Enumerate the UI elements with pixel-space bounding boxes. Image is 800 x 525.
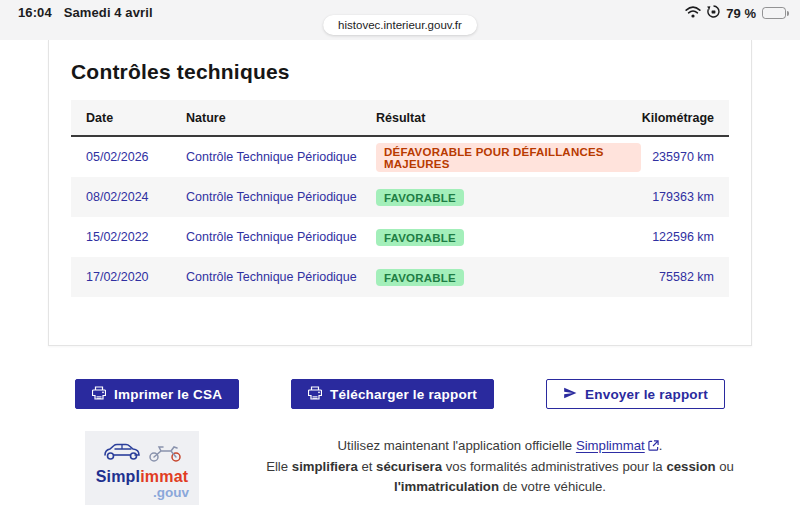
promo-line-3: l'immatriculation de votre véhicule.: [250, 477, 750, 497]
cell-nature: Contrôle Technique Périodique: [171, 150, 361, 164]
simplimmat-link[interactable]: Simplimmat: [576, 438, 645, 453]
status-badge: DÉFAVORABLE POUR DÉFAILLANCES MAJEURES: [376, 143, 641, 172]
controls-card: Contrôles techniques Date Nature Résulta…: [48, 40, 752, 346]
col-header-date: Date: [71, 100, 171, 135]
send-icon: [563, 386, 577, 403]
safari-page: 16:04 Samedi 4 avril 79 % histovec.inter…: [0, 0, 800, 525]
promo-text: ou: [716, 459, 734, 474]
promo-line-2: Elle simplifiera et sécurisera vos forma…: [250, 457, 750, 477]
cell-km: 122596 km: [641, 230, 729, 244]
printer-icon: [308, 386, 322, 403]
inspections-table: Date Nature Résultat Kilométrage 05/02/2…: [71, 100, 729, 297]
col-header-nature: Nature: [171, 100, 361, 135]
download-report-label: Télécharger le rapport: [330, 387, 477, 402]
rotation-lock-icon: [707, 5, 720, 21]
send-report-button[interactable]: Envoyer le rapport: [546, 379, 725, 409]
cell-date: 17/02/2020: [71, 270, 171, 284]
simplimmat-logo: Simplimmat .gouv: [85, 431, 199, 505]
battery-icon: [762, 7, 786, 19]
logo-brand-blue: Simpl: [96, 468, 141, 485]
table-row: 15/02/2022 Contrôle Technique Périodique…: [71, 217, 729, 257]
status-date: Samedi 4 avril: [64, 5, 153, 20]
send-report-label: Envoyer le rapport: [585, 387, 708, 402]
page-title: Contrôles techniques: [71, 60, 729, 84]
status-badge: FAVORABLE: [376, 189, 464, 206]
table-header-row: Date Nature Résultat Kilométrage: [71, 100, 729, 137]
car-icon: [101, 441, 143, 467]
download-report-button[interactable]: Télécharger le rapport: [291, 379, 494, 409]
cell-nature: Contrôle Technique Périodique: [171, 190, 361, 204]
promo-text: et: [358, 459, 376, 474]
promo-text: Elle: [266, 459, 292, 474]
table-row: 05/02/2026 Contrôle Technique Périodique…: [71, 137, 729, 177]
battery-percent: 79 %: [726, 6, 756, 21]
promo-text: de votre véhicule.: [499, 479, 606, 494]
simplimmat-promo-text: Utilisez maintenant l'application offici…: [250, 436, 750, 497]
col-header-result: Résultat: [361, 100, 641, 135]
cell-date: 08/02/2024: [71, 190, 171, 204]
logo-brand-red: immat: [140, 468, 188, 485]
col-header-km: Kilométrage: [641, 100, 729, 135]
promo-line1-suffix: .: [659, 438, 663, 453]
motorcycle-icon: [147, 443, 183, 467]
address-bar[interactable]: histovec.interieur.gouv.fr: [323, 15, 477, 35]
promo-bold: simplifiera: [292, 459, 358, 474]
cell-km: 235970 km: [641, 150, 729, 164]
cell-km: 179363 km: [641, 190, 729, 204]
print-csa-button[interactable]: Imprimer le CSA: [75, 379, 239, 409]
cell-nature: Contrôle Technique Périodique: [171, 230, 361, 244]
promo-bold: sécurisera: [376, 459, 442, 474]
external-link-icon: [648, 437, 659, 457]
wifi-icon: [685, 6, 701, 21]
cell-date: 15/02/2022: [71, 230, 171, 244]
status-badge: FAVORABLE: [376, 229, 464, 246]
status-badge: FAVORABLE: [376, 269, 464, 286]
promo-bold: l'immatriculation: [394, 479, 499, 494]
table-row: 17/02/2020 Contrôle Technique Périodique…: [71, 257, 729, 297]
promo-line1-prefix: Utilisez maintenant l'application offici…: [338, 438, 576, 453]
clock: 16:04: [18, 5, 52, 20]
logo-gouv-suffix: .gouv: [153, 485, 189, 500]
cell-nature: Contrôle Technique Périodique: [171, 270, 361, 284]
table-row: 08/02/2024 Contrôle Technique Périodique…: [71, 177, 729, 217]
promo-line-1: Utilisez maintenant l'application offici…: [250, 436, 750, 457]
promo-text: vos formalités administratives pour la: [442, 459, 666, 474]
print-csa-label: Imprimer le CSA: [114, 387, 222, 402]
printer-icon: [92, 386, 106, 403]
promo-bold: cession: [666, 459, 715, 474]
cell-km: 75582 km: [641, 270, 729, 284]
cell-date: 05/02/2026: [71, 150, 171, 164]
action-buttons: Imprimer le CSA Télécharger le rapport E…: [0, 379, 800, 409]
